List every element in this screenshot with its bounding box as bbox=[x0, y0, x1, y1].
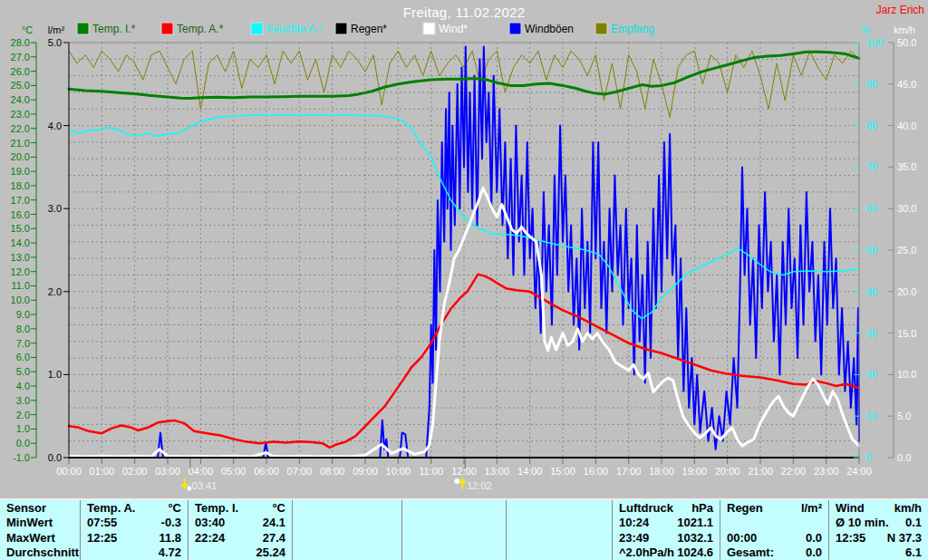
axis-tick-label: 20.0 bbox=[11, 151, 30, 162]
table-col-unit bbox=[299, 501, 395, 516]
legend-item-regen: Regen* bbox=[335, 23, 387, 35]
axis-tick-label: 1.0 bbox=[16, 423, 30, 434]
table-data-row: 4.72 bbox=[81, 546, 188, 560]
axis-tick-label: 25.0 bbox=[11, 80, 30, 91]
table-col-unit: hPa bbox=[673, 501, 713, 516]
table-cell-value: 24.1 bbox=[225, 516, 285, 530]
axis-tick-label: 40.0 bbox=[897, 121, 916, 131]
axis-tick-label: 0.0 bbox=[897, 452, 911, 463]
axis-tick-label: 10 bbox=[866, 410, 877, 421]
table-column-5 bbox=[506, 500, 612, 560]
x-tick-label: 20:00 bbox=[715, 466, 740, 477]
legend-item-wind: Wind* bbox=[423, 23, 468, 35]
axis-L: 0.01.02.03.04.05.0l/m² bbox=[48, 24, 69, 463]
table-data-row: 07:55-0.3 bbox=[81, 516, 188, 530]
x-axis: 00:0001:0002:0003:0004:0005:0006:0007:00… bbox=[56, 459, 872, 477]
axis-tick-label: 15.0 bbox=[897, 328, 916, 339]
x-tick-label: 08:00 bbox=[320, 466, 345, 477]
table-column-2: Temp. I.°C03:4024.122:2427.425.24 bbox=[188, 500, 292, 560]
legend-label: Empfang bbox=[611, 23, 654, 35]
chart-legend: Temp. I.*Temp. A.*Feuchte A.*Regen*Wind*… bbox=[77, 23, 654, 35]
table-cell-time: 23:49 bbox=[619, 531, 649, 546]
x-tick-label: 09:00 bbox=[353, 466, 378, 477]
table-cell-value: 11.8 bbox=[117, 531, 181, 546]
table-header-row bbox=[402, 501, 506, 516]
axis-tick-label: 20 bbox=[866, 369, 877, 380]
table-col-header: Luftdruck bbox=[619, 501, 673, 516]
annotation-time: 12:02 bbox=[467, 480, 492, 491]
table-row-label: MaxWert bbox=[0, 531, 80, 546]
stats-table: SensorMinWertMaxWertDurchschnittTemp. A.… bbox=[0, 498, 928, 560]
windboeen-legend-swatch bbox=[509, 23, 521, 34]
axis-tick-label: 10.0 bbox=[11, 294, 30, 305]
axis-tick-label: 13.0 bbox=[11, 252, 30, 263]
axis-unit-header: l/m² bbox=[48, 24, 65, 35]
axis-tick-label: 11.0 bbox=[11, 280, 30, 291]
axis-tick-label: 16.0 bbox=[11, 209, 30, 220]
table-data-row: 03:4024.1 bbox=[188, 516, 292, 530]
x-tick-label: 11:00 bbox=[419, 466, 443, 477]
table-label-column: SensorMinWertMaxWertDurchschnitt bbox=[0, 500, 80, 560]
legend-item-windboeen: Windböen bbox=[509, 23, 574, 35]
axis-tick-label: 4.0 bbox=[48, 121, 62, 131]
table-cell-value: 1021.1 bbox=[649, 516, 713, 530]
table-data-row bbox=[720, 516, 828, 530]
table-header-row: LuftdruckhPa bbox=[613, 501, 720, 516]
x-tick-label: 05:00 bbox=[221, 466, 246, 477]
axis-tick-label: 100 bbox=[866, 37, 883, 48]
table-column-1: Temp. A.°C07:55-0.312:2511.84.72 bbox=[80, 500, 188, 560]
legend-item-feuchte: Feuchte A.* bbox=[251, 23, 323, 35]
x-tick-label: 16:00 bbox=[584, 466, 609, 477]
axis-K: 0.05.010.015.020.025.030.035.040.045.050… bbox=[888, 24, 916, 463]
axis-unit-header: °C bbox=[22, 24, 33, 35]
table-cell-value: 0.0 bbox=[757, 531, 822, 546]
table-column-3 bbox=[292, 500, 401, 560]
x-tick-label: 07:00 bbox=[287, 466, 313, 477]
table-cell-time: 12:35 bbox=[836, 531, 865, 546]
table-col-header: Temp. I. bbox=[195, 501, 238, 516]
empfang-legend-swatch bbox=[595, 23, 607, 34]
table-header-row: Windkm/h bbox=[829, 501, 928, 516]
axis-tick-label: 70 bbox=[866, 161, 877, 172]
table-cell-time: 03:40 bbox=[195, 516, 225, 530]
x-tick-label: 13:00 bbox=[485, 466, 510, 477]
table-header-row bbox=[293, 501, 401, 516]
x-tick-label: 04:00 bbox=[188, 466, 214, 477]
axis-tick-label: 45.0 bbox=[897, 79, 916, 90]
table-col-unit: km/h bbox=[865, 501, 922, 516]
table-cell-value: 1032.1 bbox=[649, 531, 713, 546]
row-label-text: MinWert bbox=[6, 516, 53, 530]
x-tick-label: 17:00 bbox=[616, 466, 642, 477]
table-column-6: LuftdruckhPa10:241021.123:491032.1^2.0hP… bbox=[612, 500, 720, 560]
x-tick-label: 21:00 bbox=[748, 466, 773, 477]
axis-C: -1.00.01.02.03.04.05.06.07.08.09.010.011… bbox=[11, 24, 36, 463]
temp_a-legend-swatch bbox=[161, 23, 173, 34]
table-data-row bbox=[507, 531, 612, 546]
axis-tick-label: 40 bbox=[866, 286, 877, 297]
feuchte-legend-swatch bbox=[251, 23, 263, 34]
legend-label: Feuchte A.* bbox=[266, 23, 323, 35]
legend-label: Wind* bbox=[439, 23, 468, 35]
x-tick-label: 02:00 bbox=[122, 466, 148, 477]
table-data-row: Ø 10 min.0.1 bbox=[829, 516, 928, 530]
axis-tick-label: 17.0 bbox=[11, 195, 30, 206]
axis-tick-label: 3.0 bbox=[16, 395, 30, 406]
x-tick-label: 24:00 bbox=[846, 466, 872, 477]
table-cell-value bbox=[513, 546, 605, 560]
legend-label: Windböen bbox=[525, 23, 574, 35]
table-cell-time: Ø 10 min. bbox=[836, 516, 889, 530]
table-col-unit: °C bbox=[238, 501, 285, 516]
table-cell-time: 22:24 bbox=[195, 531, 225, 546]
axis-tick-label: 50.0 bbox=[897, 37, 916, 48]
table-cell-value bbox=[409, 531, 499, 546]
table-col-header: Regen bbox=[727, 501, 763, 516]
table-data-row: 23:491032.1 bbox=[613, 531, 720, 546]
table-data-row bbox=[402, 516, 506, 530]
axis-tick-label: 60 bbox=[866, 203, 877, 214]
legend-label: Regen* bbox=[351, 23, 387, 35]
table-data-row: 6.1 bbox=[829, 546, 928, 560]
table-cell-value: 0.0 bbox=[774, 546, 822, 560]
table-cell-value: 0.1 bbox=[889, 516, 922, 530]
row-label-text: Durchschnitt bbox=[6, 546, 79, 560]
axis-tick-label: 0.0 bbox=[16, 438, 30, 449]
